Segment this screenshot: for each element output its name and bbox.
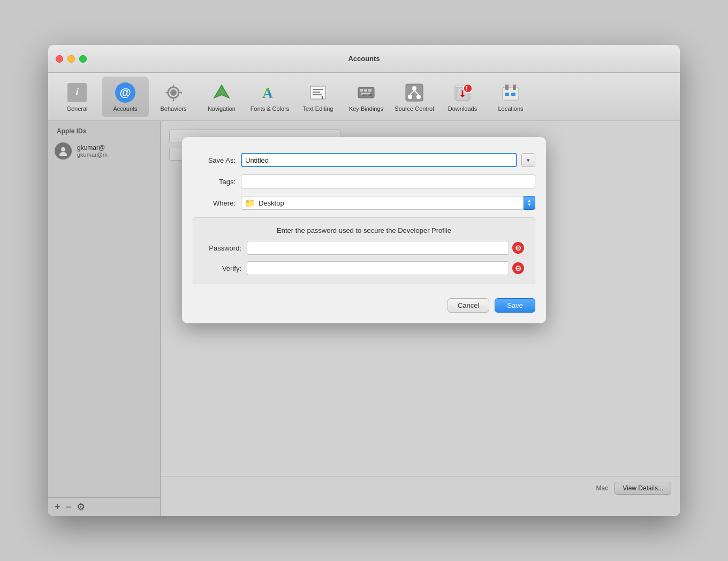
svg-rect-33	[511, 93, 515, 96]
svg-text:option: option	[362, 93, 373, 96]
svg-text:A: A	[262, 85, 274, 101]
cancel-button[interactable]: Cancel	[448, 298, 489, 313]
toolbar-label-text-editing: Text Editing	[303, 105, 333, 112]
save-as-row: Save As: ▾	[193, 153, 535, 167]
tags-input[interactable]	[241, 175, 535, 188]
toolbar-item-navigation[interactable]: Navigation	[198, 77, 245, 117]
verify-row: Verify: ⊝	[204, 261, 524, 275]
toolbar-label-downloads: Downloads	[448, 105, 477, 112]
key-bindings-icon: option	[355, 82, 377, 103]
toolbar-label-fonts-colors: Fonts & Colors	[251, 105, 290, 112]
save-dialog: Save As: ▾ Tags:	[182, 137, 546, 323]
downloads-icon: !	[452, 82, 473, 103]
save-as-label: Save As:	[193, 156, 241, 164]
svg-point-18	[408, 95, 412, 99]
zoom-button[interactable]	[79, 55, 87, 63]
toolbar-item-general[interactable]: General	[54, 77, 101, 117]
svg-rect-31	[513, 85, 516, 90]
svg-rect-13	[368, 89, 371, 92]
password-info-text: Enter the password used to secure the De…	[204, 226, 524, 234]
source-control-icon	[404, 82, 425, 103]
save-as-input[interactable]	[241, 153, 517, 167]
folder-icon: 📁	[245, 198, 255, 208]
tags-input-wrapper	[241, 175, 535, 188]
toolbar-item-key-bindings[interactable]: option Key Bindings	[343, 77, 390, 117]
navigation-icon	[211, 82, 232, 103]
modal-overlay: Save As: ▾ Tags:	[48, 121, 680, 516]
toolbar-item-fonts-colors[interactable]: A Fonts & Colors	[246, 77, 293, 117]
tags-label: Tags:	[193, 178, 241, 186]
modal-form: Save As: ▾ Tags:	[193, 153, 535, 313]
password-row: Password: ⊝	[204, 241, 524, 255]
password-section: Enter the password used to secure the De…	[193, 217, 535, 284]
text-editing-icon	[307, 82, 329, 103]
where-row: Where: 📁 Desktop ▲ ▼	[193, 196, 535, 210]
toolbar: General @ Accounts	[48, 73, 680, 121]
behaviors-icon	[163, 82, 184, 103]
svg-point-17	[412, 86, 416, 90]
svg-text:!: !	[466, 85, 468, 92]
verify-label: Verify:	[204, 264, 247, 272]
tags-row: Tags:	[193, 175, 535, 188]
svg-point-2	[171, 90, 176, 95]
window-title: Accounts	[348, 55, 380, 63]
toolbar-label-general: General	[66, 105, 87, 112]
toolbar-item-behaviors[interactable]: Behaviors	[150, 77, 197, 117]
svg-rect-32	[505, 93, 509, 96]
toolbar-item-locations[interactable]: Locations	[487, 77, 534, 117]
where-label: Where:	[193, 199, 241, 207]
svg-rect-5	[310, 86, 325, 99]
toolbar-item-downloads[interactable]: ! Downloads	[439, 77, 486, 117]
locations-icon	[500, 82, 521, 103]
save-as-input-wrapper: ▾	[241, 153, 535, 167]
fonts-colors-icon: A	[259, 82, 280, 103]
general-icon	[66, 82, 88, 103]
close-button[interactable]	[56, 55, 63, 63]
svg-rect-30	[505, 85, 509, 90]
toolbar-label-behaviors: Behaviors	[161, 105, 187, 112]
main-content: Apple IDs gkumar@ gkumar@m + − ⚙	[48, 121, 680, 516]
where-text: Desktop	[259, 199, 520, 207]
verify-input-wrapper: ⊝	[247, 261, 524, 275]
verify-required-icon: ⊝	[512, 262, 524, 274]
stepper-down-arrow: ▼	[527, 203, 532, 207]
toolbar-label-locations: Locations	[498, 105, 523, 112]
password-required-icon: ⊝	[512, 242, 524, 254]
svg-point-27	[464, 84, 472, 93]
toolbar-item-text-editing[interactable]: Text Editing	[294, 77, 342, 117]
password-input[interactable]	[247, 241, 509, 255]
toolbar-label-key-bindings: Key Bindings	[349, 105, 383, 112]
where-select[interactable]: 📁 Desktop	[241, 196, 524, 210]
save-button[interactable]: Save	[495, 298, 535, 313]
svg-marker-3	[214, 85, 229, 98]
where-stepper-button[interactable]: ▲ ▼	[524, 196, 535, 210]
svg-point-19	[416, 95, 421, 99]
accounts-icon: @	[115, 82, 136, 103]
svg-rect-12	[364, 89, 367, 92]
password-label: Password:	[204, 244, 247, 252]
verify-input[interactable]	[247, 261, 509, 275]
modal-footer: Cancel Save	[193, 295, 535, 313]
toolbar-item-accounts[interactable]: @ Accounts	[102, 77, 149, 117]
main-window: Accounts General @ Accounts	[48, 45, 680, 516]
toolbar-item-source-control[interactable]: Source Control	[391, 77, 438, 117]
traffic-lights	[56, 55, 87, 63]
minimize-button[interactable]	[67, 55, 75, 63]
save-as-dropdown-button[interactable]: ▾	[521, 153, 535, 167]
toolbar-label-source-control: Source Control	[395, 105, 434, 112]
toolbar-label-accounts: Accounts	[113, 105, 137, 112]
where-input-wrapper: 📁 Desktop ▲ ▼	[241, 196, 535, 210]
svg-rect-11	[360, 89, 363, 92]
toolbar-label-navigation: Navigation	[208, 105, 236, 112]
titlebar: Accounts	[48, 45, 680, 73]
password-input-wrapper: ⊝	[247, 241, 524, 255]
